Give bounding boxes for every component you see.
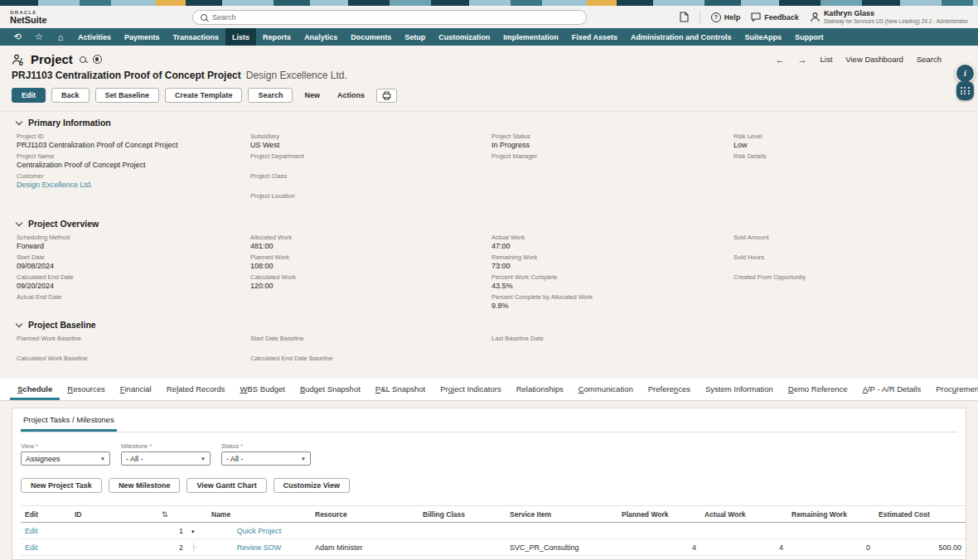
cell-billing (419, 523, 506, 539)
field-value (250, 181, 477, 189)
nav-item-setup[interactable]: Setup (398, 28, 432, 46)
nav-item-lists[interactable]: Lists (225, 28, 256, 46)
section-header-project-baseline[interactable]: Project Baseline (17, 320, 961, 330)
tab-budget-snapshot[interactable]: Budget Snapshot (293, 379, 368, 400)
feedback-button[interactable]: Feedback (751, 12, 799, 22)
view-gantt-chart-button[interactable]: View Gantt Chart (186, 478, 266, 493)
back-button[interactable]: Back (51, 88, 90, 103)
tab-related-records[interactable]: Related Records (159, 379, 233, 400)
tab-project-indicators[interactable]: Project Indicators (433, 379, 508, 400)
field-label: Subsidiary (250, 133, 477, 140)
user-icon (810, 12, 821, 22)
header-link-search[interactable]: Search (917, 55, 942, 64)
tab-system-information[interactable]: System Information (698, 379, 781, 400)
oracle-netsuite-logo[interactable]: ORACLE NetSuite (10, 10, 47, 25)
nav-item-documents[interactable]: Documents (344, 28, 398, 46)
cell-edit: Edit (21, 556, 70, 560)
page-title: Project (31, 52, 73, 66)
customize-view-button[interactable]: Customize View (274, 478, 350, 493)
field-planned-work: Planned Work108:00 (250, 253, 491, 270)
nav-item-implementation[interactable]: Implementation (496, 28, 565, 46)
tab-a-p-a-r-details[interactable]: A/P - A/R Details (855, 379, 929, 400)
global-search-input[interactable]: Search (192, 10, 587, 25)
shortcuts-star-icon[interactable]: ☆ (28, 28, 50, 46)
nav-item-reports[interactable]: Reports (256, 28, 298, 46)
search-button[interactable]: Search (248, 88, 293, 103)
feedback-icon (751, 12, 761, 22)
nav-item-administration-and-controls[interactable]: Administration and Controls (624, 28, 738, 46)
nav-item-customization[interactable]: Customization (432, 28, 496, 46)
cell-planned: 56 (617, 556, 700, 560)
print-button[interactable] (376, 89, 397, 103)
status-filter-select[interactable]: - All -▼ (221, 451, 311, 466)
new-document-button[interactable] (680, 12, 689, 22)
record-action-buttons: Edit BackSet BaselineCreate TemplateSear… (0, 81, 978, 112)
recent-records-icon[interactable]: ⟲ (7, 28, 28, 46)
task-name-link[interactable]: Quick Project (237, 527, 282, 535)
edit-button[interactable]: Edit (12, 88, 46, 103)
apps-grid-icon[interactable] (956, 81, 974, 100)
field-label: Start Date Baseline (250, 335, 477, 342)
field-value (491, 343, 719, 351)
field-project-name: Project NameCentralization Proof of Conc… (17, 152, 250, 169)
user-menu[interactable]: Kathryn Glass Stairway for Services US (… (810, 9, 968, 25)
tab-schedule[interactable]: Schedule (10, 379, 60, 400)
create-template-button[interactable]: Create Template (165, 88, 242, 103)
field-value (17, 302, 235, 310)
sort-icon[interactable]: ⇅ (162, 510, 168, 519)
next-record-arrow[interactable]: → (798, 55, 807, 65)
nav-item-transactions[interactable]: Transactions (167, 28, 226, 46)
nav-item-analytics[interactable]: Analytics (298, 28, 344, 46)
task-name-link[interactable]: Review SOW (237, 543, 282, 552)
field-label: Project Name (17, 152, 235, 160)
milestone-filter-select[interactable]: - All -▼ (121, 451, 211, 466)
tab-resources[interactable]: Resources (60, 379, 112, 400)
collapse-chevron-icon (16, 320, 22, 326)
recent-icon[interactable] (93, 55, 102, 64)
tab-p-l-snapshot[interactable]: P&L Snapshot (368, 379, 433, 400)
field-column: Project IDPRJ1103 Centralization Proof o… (17, 133, 250, 212)
field-actual-end-date: Actual End Date (17, 293, 250, 310)
set-baseline-button[interactable]: Set Baseline (95, 88, 160, 103)
nav-item-activities[interactable]: Activities (71, 28, 118, 46)
nav-item-payments[interactable]: Payments (118, 28, 167, 46)
field-label: Planned Work (250, 253, 477, 261)
home-icon[interactable]: ⌂ (50, 28, 71, 46)
tab-procurement[interactable]: Procurement (928, 379, 978, 400)
edit-link[interactable]: Edit (25, 543, 38, 552)
subtab-project-tasks[interactable]: Project Tasks / Milestones (21, 408, 117, 432)
tab-financial[interactable]: Financial (113, 379, 159, 400)
actions-button[interactable]: Actions (332, 89, 370, 102)
section-header-primary-information[interactable]: Primary Information (17, 118, 961, 128)
nav-item-suiteapps[interactable]: SuiteApps (738, 28, 788, 46)
help-button[interactable]: ? Help (711, 12, 741, 22)
field-label: Project Class (250, 172, 477, 180)
field-value[interactable]: Design Excellence Ltd. (17, 181, 235, 189)
schedule-panel: Project Tasks / Milestones View *Assigne… (12, 408, 966, 560)
field-column: Start Date BaselineCalculated End Date B… (250, 335, 491, 374)
previous-record-arrow[interactable]: ← (776, 55, 785, 65)
field-scheduling-method: Scheduling MethodForward (17, 234, 250, 250)
section-header-project-overview[interactable]: Project Overview (17, 219, 961, 229)
record-search-icon[interactable] (80, 56, 86, 63)
new-project-task-button[interactable]: New Project Task (21, 478, 102, 493)
nav-item-support[interactable]: Support (788, 28, 830, 46)
tab-communication[interactable]: Communication (571, 379, 641, 400)
view-filter-select[interactable]: Assignees▼ (21, 451, 110, 466)
header-link-list[interactable]: List (821, 55, 833, 64)
nav-item-fixed-assets[interactable]: Fixed Assets (565, 28, 624, 46)
tab-preferences[interactable]: Preferences (641, 379, 698, 400)
col-header-num[interactable]: ⇅ (157, 506, 187, 523)
header-link-view-dashboard[interactable]: View Dashboard (845, 55, 903, 64)
expand-caret-icon[interactable]: ▾ (191, 529, 195, 534)
new-milestone-button[interactable]: New Milestone (109, 478, 181, 493)
tab-wbs-budget[interactable]: WBS Budget (233, 379, 293, 400)
field-project-department: Project Department (250, 152, 491, 169)
col-header-tree (187, 506, 207, 523)
tab-demo-reference[interactable]: Demo Reference (781, 379, 855, 400)
tab-relationships[interactable]: Relationships (509, 379, 571, 400)
new-button[interactable]: New (298, 89, 326, 102)
cell-revenue (966, 523, 966, 539)
edit-link[interactable]: Edit (25, 527, 38, 535)
field-value: 9.8% (491, 302, 719, 310)
